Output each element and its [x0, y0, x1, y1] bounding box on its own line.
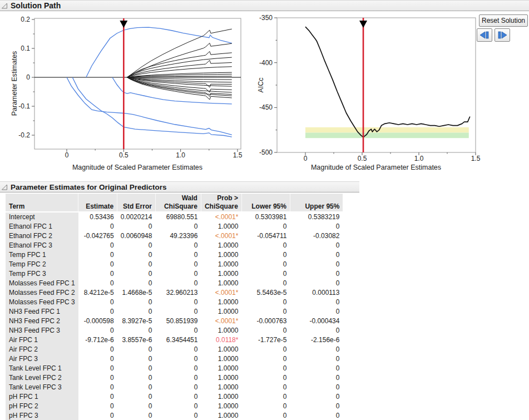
- table-row[interactable]: Air FPC 20001.000000: [6, 344, 343, 354]
- solution-path-title: Solution Path: [11, 1, 61, 10]
- disclosure-triangle-icon[interactable]: [1, 183, 9, 191]
- value-cell: 0: [117, 411, 156, 420]
- value-cell: 1.0000: [201, 325, 241, 335]
- table-row[interactable]: pH FPC 30001.000000: [6, 411, 343, 420]
- value-cell: <.0001*: [201, 316, 241, 325]
- term-cell: Temp FPC 1: [6, 250, 78, 259]
- value-cell: 8.4212e-5: [78, 288, 117, 297]
- step-forward-icon: [497, 31, 507, 39]
- value-cell: 0.0020214: [117, 212, 156, 221]
- value-cell: 0: [78, 363, 117, 373]
- value-cell: 0: [155, 221, 201, 231]
- value-cell: 1.4668e-5: [117, 288, 156, 297]
- parameter-estimates-title: Parameter Estimates for Original Predict…: [11, 183, 167, 191]
- value-cell: 0.0118*: [201, 335, 241, 344]
- table-row[interactable]: pH FPC 20001.000000: [6, 401, 343, 411]
- disclosure-triangle-icon[interactable]: [1, 2, 9, 10]
- value-cell: 0: [78, 278, 117, 288]
- value-cell: 0: [155, 382, 201, 392]
- value-cell: 1.0000: [201, 297, 241, 307]
- value-cell: 0: [117, 392, 156, 401]
- table-row[interactable]: Ethanol FPC 2-0.0427650.006094849.23396<…: [6, 231, 343, 240]
- column-header-upper-95-[interactable]: Upper 95%: [290, 194, 343, 212]
- value-cell: 0: [241, 297, 290, 307]
- table-row[interactable]: Tank Level FPC 20001.000000: [6, 373, 343, 382]
- table-row[interactable]: Molasses Feed FPC 28.4212e-51.4668e-532.…: [6, 288, 343, 297]
- table-row[interactable]: Temp FPC 10001.000000: [6, 250, 343, 259]
- table-row[interactable]: NH3 Feed FPC 2-0.0005988.3927e-550.85193…: [6, 316, 343, 325]
- value-cell: 0: [78, 373, 117, 382]
- value-cell: 0: [290, 325, 343, 335]
- value-cell: 1.0000: [201, 373, 241, 382]
- column-header-std-error[interactable]: Std Error: [117, 194, 156, 212]
- value-cell: 1.0000: [201, 392, 241, 401]
- term-cell: Temp FPC 3: [6, 269, 78, 278]
- term-cell: Temp FPC 2: [6, 259, 78, 269]
- term-cell: pH FPC 2: [6, 401, 78, 411]
- term-cell: NH3 Feed FPC 3: [6, 325, 78, 335]
- y-tick-label: 0.2: [21, 16, 30, 23]
- value-cell: 0: [155, 269, 201, 278]
- column-header-estimate[interactable]: Estimate: [78, 194, 117, 212]
- value-cell: 0: [155, 344, 201, 354]
- y-tick-label: -500: [259, 149, 273, 156]
- term-cell: pH FPC 1: [6, 392, 78, 401]
- x-axis-title: Magnitude of Scaled Parameter Estimates: [311, 164, 441, 171]
- table-row[interactable]: Molasses Feed FPC 30001.000000: [6, 297, 343, 307]
- value-cell: 0: [241, 250, 290, 259]
- column-header-lower-95-[interactable]: Lower 95%: [241, 194, 290, 212]
- table-row[interactable]: Ethanol FPC 30001.000000: [6, 240, 343, 250]
- value-cell: 1.0000: [201, 278, 241, 288]
- step-forward-button[interactable]: [495, 28, 510, 42]
- jmp-report: { "solution_path": { "title": "Solution …: [0, 0, 529, 420]
- table-row[interactable]: Molasses Feed FPC 10001.000000: [6, 278, 343, 288]
- value-cell: 0: [117, 240, 156, 250]
- table-row[interactable]: Ethanol FPC 10001.000000: [6, 221, 343, 231]
- value-cell: 0: [155, 250, 201, 259]
- table-row[interactable]: Temp FPC 20001.000000: [6, 259, 343, 269]
- y-tick-label: -450: [259, 103, 273, 111]
- x-axis-title: Magnitude of Scaled Parameter Estimates: [72, 164, 202, 171]
- table-row[interactable]: Intercept0.534360.002021469880.551<.0001…: [6, 212, 343, 221]
- value-cell: 0: [241, 269, 290, 278]
- table-row[interactable]: Air FPC 1-9.712e-63.8557e-66.34544510.01…: [6, 335, 343, 344]
- value-cell: 32.960213: [155, 288, 201, 297]
- value-cell: <.0001*: [201, 288, 241, 297]
- table-row[interactable]: NH3 Feed FPC 10001.000000: [6, 307, 343, 316]
- reset-solution-button[interactable]: Reset Solution: [479, 14, 528, 27]
- value-cell: 0: [241, 373, 290, 382]
- yellow-zone: [305, 127, 469, 133]
- value-cell: 1.0000: [201, 382, 241, 392]
- column-header-wald-chisquare[interactable]: Wald ChiSquare: [155, 194, 201, 212]
- table-row[interactable]: pH FPC 10001.000000: [6, 392, 343, 401]
- value-cell: 1.0000: [201, 401, 241, 411]
- value-cell: 0: [117, 344, 156, 354]
- value-cell: -9.712e-6: [78, 335, 117, 344]
- value-cell: 0: [241, 325, 290, 335]
- term-cell: Ethanol FPC 2: [6, 231, 78, 240]
- column-header-term[interactable]: Term: [6, 194, 78, 212]
- value-cell: -0.000434: [290, 316, 343, 325]
- value-cell: 0: [155, 240, 201, 250]
- value-cell: 0: [78, 221, 117, 231]
- value-cell: 0: [78, 240, 117, 250]
- value-cell: 0: [78, 269, 117, 278]
- table-row[interactable]: Tank Level FPC 10001.000000: [6, 363, 343, 373]
- term-cell: Air FPC 1: [6, 335, 78, 344]
- step-back-button[interactable]: [477, 28, 492, 42]
- table-row[interactable]: Tank Level FPC 30001.000000: [6, 382, 343, 392]
- column-header-prob-chisquare[interactable]: Prob > ChiSquare: [201, 194, 241, 212]
- value-cell: 1.0000: [201, 269, 241, 278]
- table-row[interactable]: Temp FPC 30001.000000: [6, 269, 343, 278]
- table-row[interactable]: NH3 Feed FPC 30001.000000: [6, 325, 343, 335]
- table-row[interactable]: Air FPC 30001.000000: [6, 354, 343, 363]
- value-cell: 0: [155, 401, 201, 411]
- value-cell: 1.0000: [201, 250, 241, 259]
- term-cell: Air FPC 2: [6, 344, 78, 354]
- value-cell: 0: [241, 354, 290, 363]
- value-cell: 0.0060948: [117, 231, 156, 240]
- term-cell: Tank Level FPC 3: [6, 382, 78, 392]
- value-cell: 0: [241, 259, 290, 269]
- value-cell: 0.5303981: [241, 212, 290, 221]
- value-cell: 0: [117, 307, 156, 316]
